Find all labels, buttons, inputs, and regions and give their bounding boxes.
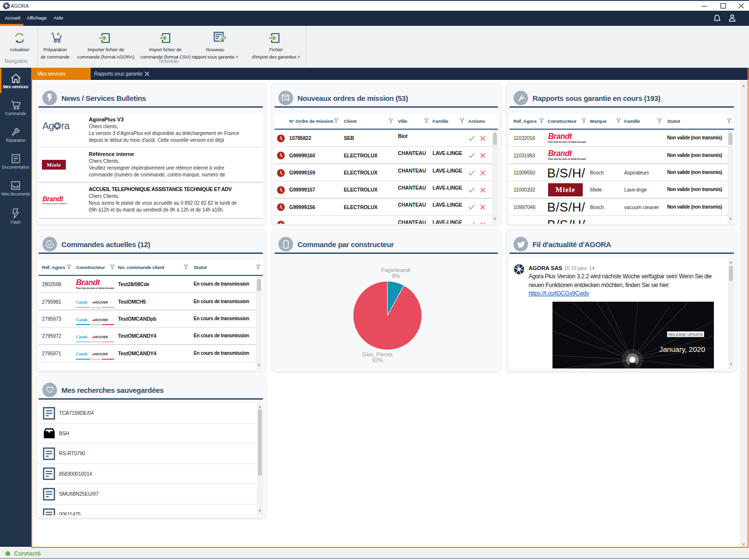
svg-text:RELEASE UPDATE: RELEASE UPDATE bbox=[669, 332, 703, 337]
svg-text:January, 2020: January, 2020 bbox=[659, 345, 705, 353]
